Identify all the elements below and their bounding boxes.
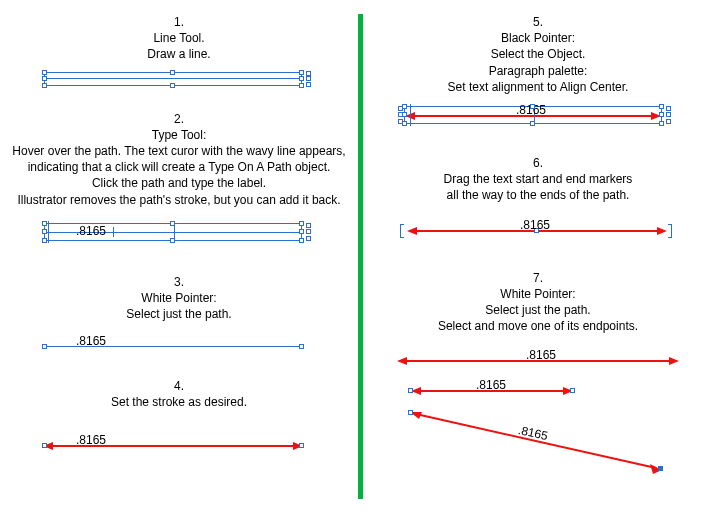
- step-7-l1: Select just the path.: [370, 302, 706, 318]
- step-1-num: 1.: [0, 14, 358, 30]
- column-divider: [358, 14, 363, 499]
- text-start-marker: [48, 221, 49, 243]
- step-2-num: 2.: [0, 111, 358, 127]
- anchor-right: [299, 443, 304, 448]
- step-1-title: Line Tool.: [0, 30, 358, 46]
- step-2: 2. Type Tool: Hover over the path. The t…: [0, 111, 358, 208]
- step-6-l2: all the way to the ends of the path.: [370, 187, 706, 203]
- anchor-diag-left: [408, 410, 413, 415]
- step-1: 1. Line Tool. Draw a line.: [0, 14, 358, 63]
- text-end-marker: [668, 224, 672, 238]
- step-1-body: Draw a line.: [0, 46, 358, 62]
- step-2-l1: Hover over the path. The text curor with…: [0, 143, 358, 159]
- anchor-right: [570, 388, 575, 393]
- anchor-diag-right: [658, 466, 663, 471]
- dim-label: .8165: [76, 334, 106, 348]
- dim-label-long: .8165: [526, 348, 556, 362]
- step-2-illustration: .8165: [44, 220, 314, 250]
- dim-label: .8165: [520, 218, 550, 232]
- step-7-illustration: .8165 .8165 .8165: [388, 348, 688, 478]
- dimension-line-diagonal: [410, 408, 670, 478]
- step-2-l2: indicating that a click will create a Ty…: [0, 159, 358, 175]
- step-2-l4: Illustrator removes the path's stroke, b…: [0, 192, 358, 208]
- step-3-body: Select just the path.: [0, 306, 358, 322]
- step-5-l2: Paragraph palette:: [370, 63, 706, 79]
- text-start-marker: [400, 224, 404, 238]
- left-column: 1. Line Tool. Draw a line. 2. Type Tool:…: [0, 0, 358, 453]
- step-3-num: 3.: [0, 274, 358, 290]
- dim-label: .8165: [76, 224, 106, 238]
- text-caret: [113, 227, 114, 237]
- arrowhead-left-icon: [397, 357, 407, 365]
- anchor-left: [42, 443, 47, 448]
- arrowhead-right-icon: [669, 357, 679, 365]
- step-4: 4. Set the stroke as desired.: [0, 378, 358, 410]
- step-2-l3: Click the path and type the label.: [0, 175, 358, 191]
- text-start-marker: [410, 104, 411, 126]
- step-2-title: Type Tool:: [0, 127, 358, 143]
- step-1-illustration: [44, 69, 314, 93]
- anchor-right: [299, 344, 304, 349]
- line-path: [44, 78, 302, 79]
- svg-line-0: [416, 414, 656, 468]
- arrowhead-left-icon: [407, 227, 417, 235]
- step-7-title: White Pointer:: [370, 286, 706, 302]
- step-3-title: White Pointer:: [0, 290, 358, 306]
- dim-label-short: .8165: [476, 378, 506, 392]
- step-5: 5. Black Pointer: Select the Object. Par…: [370, 14, 706, 95]
- step-3-illustration: .8165: [44, 332, 314, 352]
- step-6: 6. Drag the text start and end markers a…: [370, 155, 706, 204]
- step-4-num: 4.: [0, 378, 358, 394]
- step-6-l1: Drag the text start and end markers: [370, 171, 706, 187]
- step-5-title: Black Pointer:: [370, 30, 706, 46]
- step-5-l1: Select the Object.: [370, 46, 706, 62]
- step-6-num: 6.: [370, 155, 706, 171]
- step-5-num: 5.: [370, 14, 706, 30]
- step-4-illustration: .8165: [44, 431, 314, 453]
- page: 1. Line Tool. Draw a line. 2. Type Tool:…: [0, 0, 707, 513]
- step-7-l2: Select and move one of its endpoints.: [370, 318, 706, 334]
- step-5-illustration: .8165: [398, 103, 678, 131]
- right-column: 5. Black Pointer: Select the Object. Par…: [370, 0, 706, 478]
- dim-label: .8165: [76, 433, 106, 447]
- step-3: 3. White Pointer: Select just the path.: [0, 274, 358, 323]
- anchor-left: [42, 344, 47, 349]
- step-5-l3: Set text alignment to Align Center.: [370, 79, 706, 95]
- step-7: 7. White Pointer: Select just the path. …: [370, 270, 706, 335]
- step-6-illustration: .8165: [398, 216, 678, 240]
- step-7-num: 7.: [370, 270, 706, 286]
- anchor-left: [408, 388, 413, 393]
- arrowhead-right-icon: [657, 227, 667, 235]
- step-4-body: Set the stroke as desired.: [0, 394, 358, 410]
